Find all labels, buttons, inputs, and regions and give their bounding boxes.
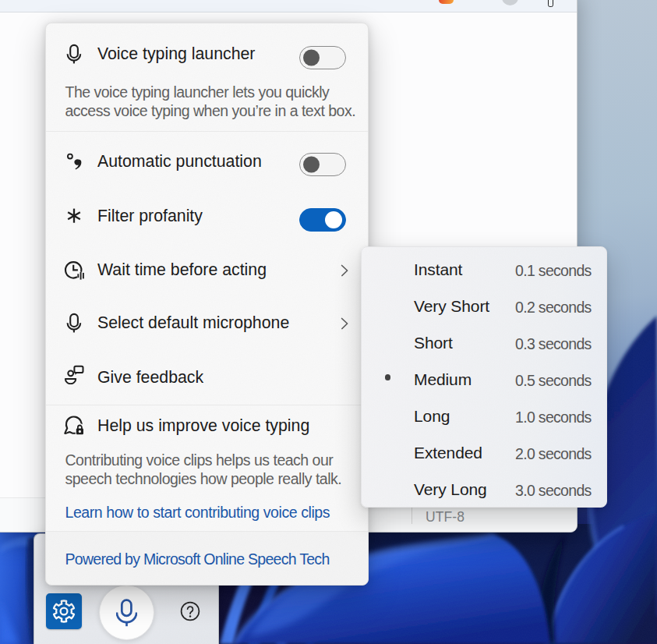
- microphone-icon: [116, 599, 137, 627]
- launcher-description: The voice typing launcher lets you quick…: [65, 83, 377, 120]
- menu-item-value: 0.5 seconds: [515, 363, 592, 399]
- voice-settings-popup: Voice typing launcher The voice typing l…: [45, 23, 369, 586]
- menu-item-label: Long: [414, 398, 450, 434]
- learn-voice-clips-link[interactable]: Learn how to start contributing voice cl…: [65, 503, 330, 522]
- wait-time-icon: [62, 258, 86, 281]
- default-mic-chevron-icon: [340, 317, 349, 331]
- menu-item-label: Extended: [414, 434, 482, 471]
- notepad-settings-icon[interactable]: [548, 0, 553, 7]
- filter-profanity-label: Filter profanity: [97, 207, 203, 225]
- menu-item-label: Very Short: [414, 288, 489, 324]
- menu-item-very-long[interactable]: Very Long 3.0 seconds: [362, 471, 606, 508]
- menu-item-medium[interactable]: Medium 0.5 seconds: [362, 361, 606, 398]
- menu-item-value: 0.3 seconds: [515, 326, 592, 363]
- wait-time-label: Wait time before acting: [97, 260, 267, 279]
- menu-item-label: Short: [414, 324, 453, 361]
- popup-divider: [46, 405, 368, 405]
- menu-item-instant[interactable]: Instant 0.1 seconds: [362, 251, 606, 288]
- punctuation-label: Automatic punctuation: [97, 152, 262, 171]
- voice-help-button[interactable]: [175, 596, 206, 627]
- feedback-icon: [63, 363, 85, 384]
- menu-item-label: Medium: [414, 361, 472, 398]
- menu-item-very-short[interactable]: Very Short 0.2 seconds: [362, 288, 606, 324]
- account-avatar[interactable]: [502, 0, 518, 5]
- microphone-icon: [66, 41, 82, 65]
- powered-by-link[interactable]: Powered by Microsoft Online Speech Tech: [65, 550, 330, 568]
- menu-item-label: Instant: [414, 251, 462, 288]
- toggle-knob: [303, 49, 320, 65]
- popup-divider: [46, 131, 368, 132]
- voice-settings-button[interactable]: [46, 593, 82, 629]
- statusbar-divider: [412, 507, 412, 524]
- popup-divider: [46, 531, 368, 532]
- menu-item-value: 0.2 seconds: [515, 289, 592, 326]
- help-improve-label: Help us improve voice typing: [97, 416, 309, 435]
- gear-icon: [52, 600, 76, 623]
- wait-time-chevron-icon: [340, 264, 349, 278]
- menu-item-extended[interactable]: Extended 2.0 seconds: [362, 434, 606, 471]
- menu-item-long[interactable]: Long 1.0 seconds: [362, 398, 606, 434]
- profanity-filter-icon: [63, 205, 85, 227]
- give-feedback-label: Give feedback: [97, 368, 203, 387]
- launcher-label: Voice typing launcher: [97, 44, 255, 63]
- voice-mic-button[interactable]: [99, 585, 154, 640]
- wait-time-submenu: Instant 0.1 seconds Very Short 0.2 secon…: [361, 246, 607, 508]
- toggle-knob: [325, 211, 342, 228]
- notepad-titlebar: [0, 0, 577, 12]
- menu-item-value: 1.0 seconds: [515, 399, 592, 436]
- default-mic-label: Select default microphone: [97, 313, 289, 332]
- punctuation-toggle[interactable]: [299, 153, 346, 176]
- help-icon: [179, 600, 201, 622]
- menu-item-label: Very Long: [414, 471, 487, 508]
- menu-item-value: 2.0 seconds: [515, 436, 592, 472]
- copilot-icon[interactable]: [439, 0, 454, 4]
- improve-description: Contributing voice clips helps us teach …: [65, 451, 362, 488]
- filter-profanity-toggle[interactable]: [299, 208, 346, 232]
- menu-item-value: 3.0 seconds: [515, 472, 592, 509]
- default-mic-icon: [66, 310, 82, 334]
- menu-item-value: 0.1 seconds: [515, 253, 592, 289]
- voice-clips-privacy-icon: [63, 414, 85, 436]
- punctuation-icon: [63, 150, 85, 172]
- toggle-knob: [303, 156, 320, 172]
- menu-item-short[interactable]: Short 0.3 seconds: [362, 324, 606, 361]
- launcher-toggle[interactable]: [299, 46, 346, 69]
- selected-bullet: [385, 374, 391, 380]
- lock-glyph: [76, 426, 84, 436]
